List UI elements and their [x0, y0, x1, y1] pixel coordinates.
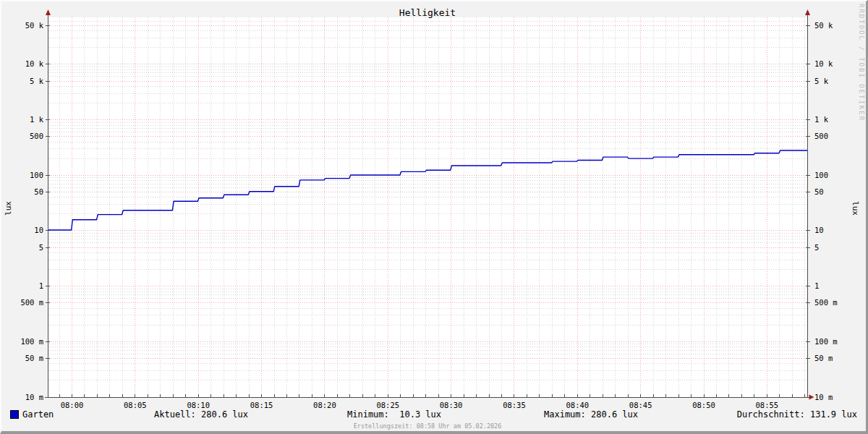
rrdtool-watermark: RRDTOOL / TOBI OETIKER [858, 4, 865, 122]
svg-text:500: 500 [30, 132, 43, 140]
svg-text:100 m: 100 m [814, 337, 838, 346]
y-axis-unit-left: lux [4, 201, 13, 216]
svg-text:08:45: 08:45 [629, 401, 652, 409]
svg-text:10 k: 10 k [25, 59, 44, 68]
svg-text:08:30: 08:30 [440, 401, 463, 409]
svg-text:10 m: 10 m [25, 393, 43, 401]
svg-text:08:20: 08:20 [313, 401, 336, 409]
svg-text:08:05: 08:05 [124, 401, 147, 409]
y-axis-unit-right: lux [851, 201, 860, 216]
stat-aktuell: Aktuell: 280.6 lux [154, 409, 248, 420]
svg-text:1: 1 [39, 281, 43, 290]
svg-text:50 m: 50 m [25, 354, 43, 362]
svg-text:08:15: 08:15 [250, 401, 273, 409]
svg-text:08:00: 08:00 [61, 401, 84, 409]
svg-text:50 k: 50 k [25, 21, 44, 30]
svg-text:500 m: 500 m [814, 298, 838, 307]
svg-text:500 m: 500 m [20, 298, 43, 307]
legend-swatch-garten [10, 410, 19, 419]
svg-text:5: 5 [814, 243, 819, 252]
svg-text:5: 5 [39, 243, 43, 252]
svg-text:08:50: 08:50 [692, 401, 715, 409]
rrd-graph-helligkeit: { "title": "Helligkeit", "watermark": "R… [0, 0, 868, 434]
svg-text:50 k: 50 k [814, 21, 833, 30]
svg-text:08:25: 08:25 [376, 401, 399, 409]
svg-text:100 m: 100 m [20, 337, 43, 346]
svg-text:50 m: 50 m [814, 354, 833, 362]
svg-text:10: 10 [34, 226, 43, 234]
svg-text:5 k: 5 k [30, 77, 44, 85]
svg-text:10 k: 10 k [814, 59, 833, 68]
svg-text:50: 50 [814, 187, 824, 196]
svg-text:100: 100 [814, 171, 828, 179]
svg-text:08:55: 08:55 [756, 401, 779, 409]
svg-text:1 k: 1 k [814, 115, 829, 124]
svg-text:10: 10 [814, 226, 824, 234]
page-title: Helligkeit [399, 7, 456, 18]
svg-text:10 m: 10 m [814, 393, 833, 401]
svg-text:1 k: 1 k [30, 115, 44, 124]
svg-text:08:40: 08:40 [566, 401, 589, 409]
stat-maximum: Maximum: 280.6 lux [544, 409, 638, 420]
svg-text:500: 500 [814, 132, 828, 140]
footer-creation-time: Erstellungszeit: 08:58 Uhr am 05.02.2026 [354, 422, 502, 430]
svg-text:100: 100 [30, 171, 43, 179]
stat-minimum: Minimum: 10.3 lux [347, 409, 441, 420]
legend-series-label: Garten [22, 409, 54, 420]
x-tick-labels: 08:0008:0508:1008:1508:2008:2508:3008:35… [61, 401, 778, 409]
stat-durchschnitt: Durchschnitt: 131.9 lux [737, 409, 857, 420]
svg-text:5 k: 5 k [814, 77, 829, 85]
svg-text:08:10: 08:10 [187, 401, 210, 409]
svg-text:50: 50 [34, 187, 43, 196]
svg-text:1: 1 [814, 281, 819, 290]
svg-text:08:35: 08:35 [503, 401, 526, 409]
chart-canvas: 08:0008:0508:1008:1508:2008:2508:3008:35… [0, 0, 868, 434]
